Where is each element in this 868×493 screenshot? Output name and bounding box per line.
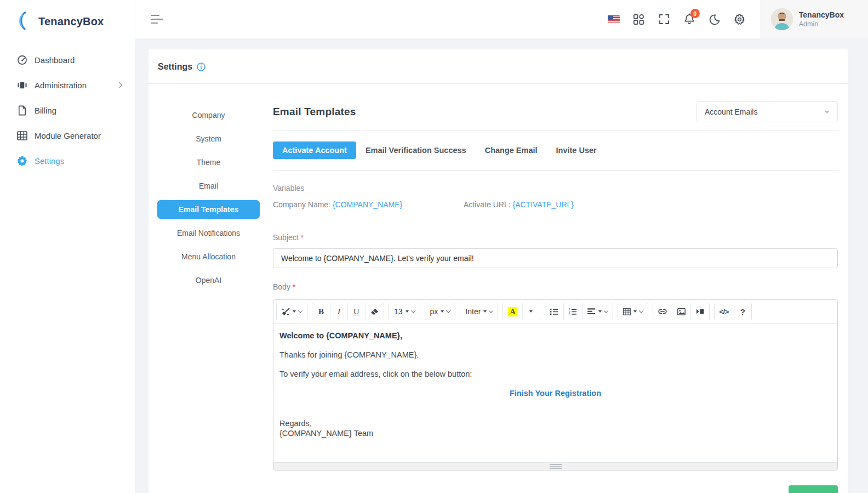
sidebar-item-billing[interactable]: Billing xyxy=(0,98,135,123)
tab-invite-user[interactable]: Invite User xyxy=(547,141,606,159)
brand-logo[interactable]: TenancyBox xyxy=(0,0,135,42)
settings-nav-company[interactable]: Company xyxy=(157,106,260,124)
editor-resize-bar[interactable] xyxy=(273,462,837,470)
tab-email-verification-success[interactable]: Email Verification Success xyxy=(356,141,476,159)
language-flag-button[interactable] xyxy=(602,8,625,31)
caret-down-icon xyxy=(441,310,444,313)
info-icon[interactable] xyxy=(197,63,205,71)
help-button[interactable]: ? xyxy=(734,303,751,320)
header-settings-button[interactable] xyxy=(728,8,751,31)
settings-nav-theme[interactable]: Theme xyxy=(157,153,260,172)
template-category-select[interactable]: Account Emails xyxy=(696,101,838,122)
required-asterisk: * xyxy=(301,233,304,242)
required-asterisk: * xyxy=(293,282,295,291)
insert-video-button[interactable] xyxy=(690,303,709,320)
apps-grid-icon xyxy=(633,14,644,25)
insert-table-dropdown[interactable] xyxy=(618,303,648,320)
sidebar-item-label: Dashboard xyxy=(35,55,75,65)
paragraph-align-dropdown[interactable] xyxy=(582,303,613,320)
unordered-list-button[interactable] xyxy=(545,303,563,320)
font-size-dropdown[interactable]: 13 xyxy=(389,303,420,320)
sidebar-item-label: Billing xyxy=(35,106,56,115)
finish-registration-link[interactable]: Finish Your Registration xyxy=(510,389,601,398)
insert-link-button[interactable] xyxy=(653,303,672,320)
settings-nav-openai[interactable]: OpenAI xyxy=(157,271,260,290)
editor-line: To verify your email address, click on t… xyxy=(279,369,831,379)
settings-nav-system[interactable]: System xyxy=(157,129,260,148)
settings-card-header: Settings xyxy=(149,49,848,84)
caret-down-icon xyxy=(483,310,487,313)
page-content: Settings Company System Theme Email Emai… xyxy=(135,38,868,493)
video-icon xyxy=(696,308,704,315)
insert-image-button[interactable] xyxy=(672,303,690,320)
gear-icon xyxy=(734,14,745,25)
user-role: Admin xyxy=(799,20,844,29)
page-title: Settings xyxy=(158,62,192,72)
caret-down-icon xyxy=(293,310,296,313)
clear-format-button[interactable] xyxy=(365,303,384,320)
settings-nav-email[interactable]: Email xyxy=(157,177,260,195)
chevron-down-icon xyxy=(298,308,302,313)
svg-text:3: 3 xyxy=(569,313,570,315)
save-button[interactable]: Save xyxy=(789,485,838,493)
variable-token[interactable]: {COMPANY_NAME} xyxy=(333,200,402,209)
notification-badge: 0 xyxy=(690,9,700,18)
email-templates-panel: Email Templates Account Emails Activate … xyxy=(273,101,838,493)
sidebar-nav: Dashboard Administration Billing Module … xyxy=(0,42,135,173)
code-view-button[interactable]: </> xyxy=(715,303,734,320)
sidebar-item-label: Settings xyxy=(35,156,64,166)
sidebar: TenancyBox Dashboard Administration Bill… xyxy=(0,0,135,493)
template-category-value: Account Emails xyxy=(705,107,757,116)
brand-name: TenancyBox xyxy=(38,15,104,28)
tab-change-email[interactable]: Change Email xyxy=(476,141,547,159)
ordered-list-button[interactable]: 123 xyxy=(563,303,582,320)
moon-icon xyxy=(709,14,720,25)
brand-logo-icon xyxy=(16,11,35,32)
settings-nav-email-templates[interactable]: Email Templates xyxy=(157,200,260,219)
body-label: Body * xyxy=(273,282,838,291)
editor-line: Thanks for joining {COMPANY_NAME}. xyxy=(279,350,831,360)
font-color-button[interactable]: A xyxy=(503,303,522,320)
font-name-dropdown[interactable]: Inter xyxy=(460,303,498,320)
divider xyxy=(273,170,838,171)
fullscreen-button[interactable] xyxy=(653,8,676,31)
bullet-list-icon xyxy=(550,308,558,315)
editor-line: {COMPANY_NAME} Team xyxy=(279,428,831,438)
bold-button[interactable]: B xyxy=(312,303,330,320)
style-dropdown-button[interactable] xyxy=(277,303,307,320)
font-color-dropdown[interactable] xyxy=(522,303,540,320)
sidebar-item-dashboard[interactable]: Dashboard xyxy=(0,47,135,72)
body-editor: B I U 13 xyxy=(273,299,838,471)
editor-content[interactable]: Welcome to {COMPANY_NAME}, Thanks for jo… xyxy=(273,324,837,462)
file-icon xyxy=(16,105,27,116)
sidebar-item-settings[interactable]: Settings xyxy=(0,148,135,173)
tab-activate-account[interactable]: Activate Account xyxy=(273,141,356,159)
notifications-button[interactable]: 0 xyxy=(678,8,701,31)
variable-token[interactable]: {ACTIVATE_URL} xyxy=(512,200,574,209)
sidebar-item-label: Administration xyxy=(35,81,87,90)
eraser-icon xyxy=(370,308,379,315)
menu-toggle-icon[interactable] xyxy=(151,15,163,24)
caret-down-icon xyxy=(529,310,533,313)
subject-label: Subject * xyxy=(273,233,838,242)
italic-button[interactable]: I xyxy=(330,303,347,320)
sidebar-item-administration[interactable]: Administration xyxy=(0,72,135,98)
subject-input[interactable] xyxy=(273,248,838,268)
apps-grid-button[interactable] xyxy=(627,8,650,31)
user-menu[interactable]: TenancyBox Admin xyxy=(760,0,868,38)
underline-button[interactable]: U xyxy=(347,303,365,320)
carousel-icon xyxy=(16,80,27,90)
size-unit-dropdown[interactable]: px xyxy=(425,303,455,320)
variable-activate-url: Activate URL: {ACTIVATE_URL} xyxy=(464,200,654,209)
settings-nav-email-notifications[interactable]: Email Notifications xyxy=(157,224,260,242)
dark-mode-button[interactable] xyxy=(703,8,726,31)
chevron-down-icon xyxy=(603,308,608,313)
settings-nav: Company System Theme Email Email Templat… xyxy=(157,101,260,493)
sidebar-item-module-generator[interactable]: Module Generator xyxy=(0,123,135,148)
font-color-icon: A xyxy=(508,307,517,316)
settings-nav-menu-allocation[interactable]: Menu Allocation xyxy=(157,247,260,266)
align-left-icon xyxy=(587,308,596,315)
template-tabs: Activate Account Email Verification Succ… xyxy=(273,141,838,159)
sidebar-item-label: Module Generator xyxy=(35,131,101,140)
caret-down-icon xyxy=(406,310,409,313)
